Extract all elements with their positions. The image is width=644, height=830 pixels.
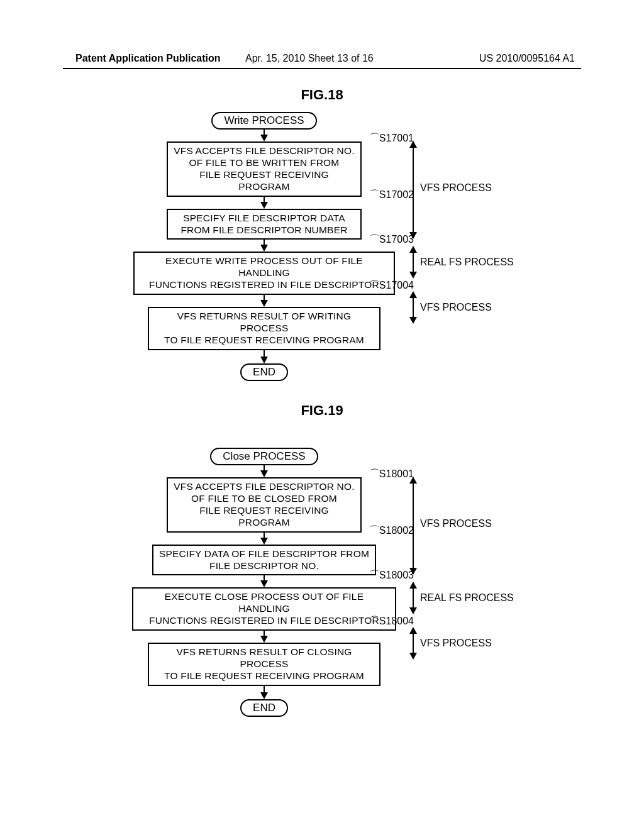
fig18-s3-tag: S17003 [379, 234, 414, 245]
header-mid: Apr. 15, 2010 Sheet 13 of 16 [245, 53, 374, 64]
fig18-s4-tag: S17004 [379, 280, 414, 290]
fig18-bracket-vfs1 [413, 142, 414, 238]
fig18-s2-box: SPECIFY FILE DESCRIPTOR DATAFROM FILE DE… [167, 209, 362, 240]
fig19-title: FIG.19 [0, 402, 644, 419]
fig19-start-terminal: Close PROCESS [210, 448, 318, 465]
fig18-side2: REAL FS PROCESS [420, 257, 514, 268]
fig19-bracket-vfs2 [413, 628, 414, 658]
fig19-side2: REAL FS PROCESS [420, 592, 514, 604]
fig18-s4-box: VFS RETURNS RESULT OF WRITING PROCESSTO … [148, 307, 380, 350]
fig19-bracket-vfs1 [413, 478, 414, 573]
fig18-bracket-vfs2 [413, 292, 414, 323]
fig18-side3: VFS PROCESS [420, 302, 492, 313]
fig18-flow: Write PROCESS ⌒S17001 VFS ACCEPTS FILE D… [126, 112, 402, 381]
fig19-side1: VFS PROCESS [420, 518, 492, 529]
fig18-s1-tag: S17001 [379, 133, 414, 143]
fig19-s3-box: EXECUTE CLOSE PROCESS OUT OF FILE HANDLI… [132, 587, 396, 631]
fig19-s1-tag: S18001 [379, 468, 414, 479]
header-left: Patent Application Publication [75, 53, 221, 64]
fig18-side1: VFS PROCESS [420, 182, 492, 194]
fig18-end-terminal: END [240, 363, 288, 381]
fig19-end-terminal: END [240, 699, 288, 717]
fig18-s2-tag: S17002 [379, 189, 414, 200]
fig19-s4-tag: S18004 [379, 616, 414, 626]
fig18-bracket-real [413, 247, 414, 277]
fig19-flow: Close PROCESS ⌒S18001 VFS ACCEPTS FILE D… [126, 448, 402, 717]
header-rule [63, 68, 581, 69]
fig19-s1-box: VFS ACCEPTS FILE DESCRIPTOR NO.OF FILE T… [167, 477, 362, 533]
patent-page: Patent Application Publication Apr. 15, … [0, 0, 644, 830]
fig19-s3-tag: S18003 [379, 570, 414, 580]
fig18-s3-box: EXECUTE WRITE PROCESS OUT OF FILE HANDLI… [133, 252, 395, 295]
fig18-title: FIG.18 [0, 87, 644, 103]
fig19-bracket-real [413, 583, 414, 613]
fig19-s2-box: SPECIFY DATA OF FILE DESCRIPTOR FROMFILE… [152, 545, 376, 576]
fig18-s1-box: VFS ACCEPTS FILE DESCRIPTOR NO.OF FILE T… [167, 141, 362, 197]
fig19-s2-tag: S18002 [379, 525, 414, 536]
fig18-start-terminal: Write PROCESS [211, 112, 316, 130]
fig19-s4-box: VFS RETURNS RESULT OF CLOSING PROCESSTO … [148, 643, 380, 686]
fig19-side3: VFS PROCESS [420, 638, 492, 649]
header-right: US 2010/0095164 A1 [479, 53, 575, 64]
